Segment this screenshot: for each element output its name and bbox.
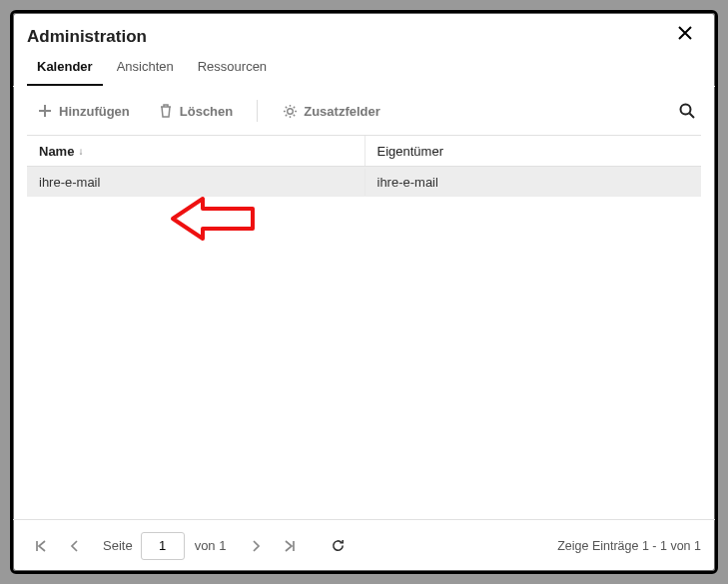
tab-ansichten[interactable]: Ansichten [107, 51, 184, 86]
cell-owner: ihre-e-mail [364, 169, 702, 196]
paginator-status: Zeige Einträge 1 - 1 von 1 [557, 539, 701, 553]
first-page-button[interactable] [27, 532, 55, 560]
column-owner[interactable]: Eigentümer [364, 136, 702, 166]
extra-fields-button[interactable]: Zusatzfelder [272, 97, 390, 125]
add-label: Hinzufügen [59, 104, 130, 119]
dialog-title: Administration [27, 27, 147, 47]
page-input[interactable] [141, 532, 185, 560]
column-name-label: Name [39, 144, 74, 159]
tab-ressourcen[interactable]: Ressourcen [188, 51, 277, 86]
table-header: Name ↓ Eigentümer [27, 135, 701, 167]
tabs: Kalender Ansichten Ressourcen [13, 53, 715, 87]
chevron-left-icon [68, 539, 82, 553]
delete-label: Löschen [180, 104, 233, 119]
gear-icon [282, 103, 298, 119]
admin-dialog: Administration Kalender Ansichten Ressou… [10, 10, 718, 574]
refresh-button[interactable] [324, 532, 352, 560]
sort-arrow-down-icon: ↓ [78, 146, 83, 157]
paginator: Seite von 1 Zeige Einträge 1 - 1 von 1 [13, 519, 715, 571]
search-icon [678, 102, 696, 120]
svg-point-1 [681, 105, 691, 115]
tab-kalender[interactable]: Kalender [27, 51, 103, 86]
page-of-label: von 1 [195, 538, 227, 553]
close-button[interactable] [677, 25, 701, 49]
column-name[interactable]: Name ↓ [27, 136, 364, 166]
table-body: ihre-e-mail ihre-e-mail [27, 167, 701, 197]
delete-button[interactable]: Löschen [148, 97, 243, 125]
next-page-button[interactable] [242, 532, 270, 560]
toolbar-separator [257, 100, 258, 122]
cell-name: ihre-e-mail [27, 169, 364, 196]
last-page-icon [283, 539, 297, 553]
first-page-icon [34, 539, 48, 553]
extra-fields-label: Zusatzfelder [304, 104, 380, 119]
add-button[interactable]: Hinzufügen [27, 97, 140, 125]
prev-page-button[interactable] [61, 532, 89, 560]
trash-icon [158, 103, 174, 119]
search-button[interactable] [673, 97, 701, 125]
plus-icon [37, 103, 53, 119]
toolbar: Hinzufügen Löschen Zusatzfelder [13, 87, 715, 135]
last-page-button[interactable] [276, 532, 304, 560]
table-empty-area [27, 197, 701, 519]
svg-point-0 [287, 108, 293, 114]
column-owner-label: Eigentümer [377, 144, 443, 159]
table-row[interactable]: ihre-e-mail ihre-e-mail [27, 167, 701, 197]
dialog-header: Administration [13, 13, 715, 53]
close-icon [677, 25, 693, 41]
chevron-right-icon [249, 539, 263, 553]
refresh-icon [331, 538, 346, 553]
page-label: Seite [103, 538, 133, 553]
